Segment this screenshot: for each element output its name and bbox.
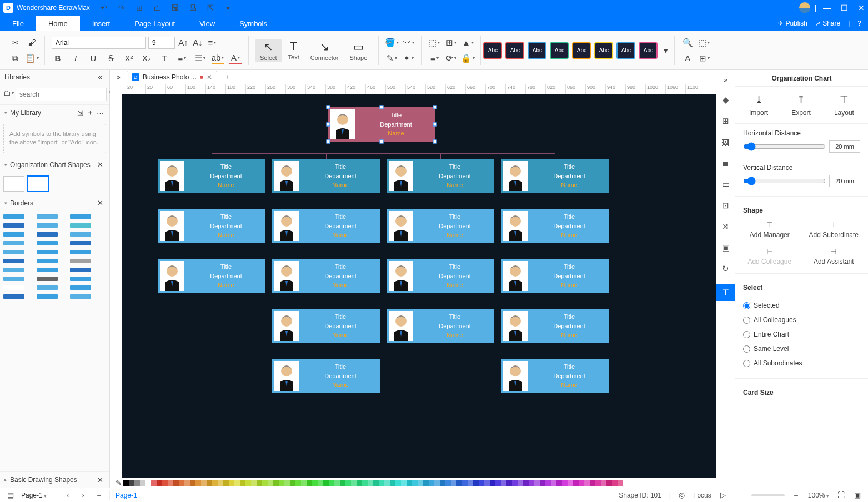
theme-swatch[interactable]: Abc <box>616 42 635 59</box>
theme-swatch[interactable]: Abc <box>572 42 591 59</box>
border-item[interactable] <box>3 294 24 299</box>
theme-swatch[interactable]: Abc <box>483 42 502 59</box>
redo-icon[interactable]: ↷ <box>116 2 128 14</box>
tab-file[interactable]: File <box>0 16 36 31</box>
color-swatch[interactable] <box>401 480 407 486</box>
border-item[interactable] <box>37 285 58 290</box>
print-icon[interactable]: 🖶 <box>187 2 199 14</box>
italic-icon[interactable]: I <box>69 52 82 64</box>
color-swatch[interactable] <box>168 480 173 486</box>
orgshape-thumb-1[interactable] <box>3 176 24 192</box>
layout-button[interactable]: ⊤Layout <box>834 93 854 117</box>
shuffle-panel-icon[interactable]: ⤨ <box>720 221 731 232</box>
color-swatch[interactable] <box>290 480 295 486</box>
add-subordinate-button[interactable]: ⊥Add Subordinate <box>802 221 866 239</box>
org-node[interactable]: TitleDepartmentName <box>158 259 265 293</box>
color-swatch[interactable] <box>490 480 495 486</box>
border-item[interactable] <box>3 268 24 272</box>
tab-view[interactable]: View <box>187 16 227 31</box>
border-item[interactable] <box>3 232 24 237</box>
border-item[interactable] <box>3 250 24 254</box>
crop-icon[interactable]: ⬚ <box>698 37 710 49</box>
color-swatch[interactable] <box>601 480 606 486</box>
format-painter-icon[interactable]: 🖌 <box>26 37 38 49</box>
color-swatch[interactable] <box>301 480 307 486</box>
arrange-icon[interactable]: ⬚ <box>428 37 440 49</box>
org-node[interactable]: TitleDepartmentName <box>158 159 265 193</box>
radio-samelevel[interactable]: Same Level <box>743 342 860 356</box>
strike-icon[interactable]: S̶ <box>105 52 117 64</box>
rotate-icon[interactable]: ⟳ <box>445 52 457 64</box>
org-node[interactable]: TitleDepartmentName <box>272 359 380 393</box>
superscript-icon[interactable]: X² <box>123 52 135 64</box>
org-node[interactable]: TitleDepartmentName <box>272 209 380 243</box>
bullets-icon[interactable]: ☰ <box>194 52 206 64</box>
color-swatch[interactable] <box>123 480 129 486</box>
theme-more-icon[interactable]: ▾ <box>660 44 672 57</box>
color-swatch[interactable] <box>612 480 618 486</box>
border-item[interactable] <box>37 277 58 281</box>
color-swatch[interactable] <box>440 480 445 486</box>
color-swatch[interactable] <box>334 480 340 486</box>
undo-icon[interactable]: ↶ <box>98 2 110 14</box>
section-borders[interactable]: ▾Borders ✕ <box>0 195 109 211</box>
color-swatch[interactable] <box>518 480 523 486</box>
border-item[interactable] <box>3 223 24 228</box>
color-swatch[interactable] <box>312 480 318 486</box>
connector-tool[interactable]: ↘Connector <box>306 39 343 62</box>
fit-page-icon[interactable]: ⛶ <box>836 490 846 500</box>
color-swatch[interactable] <box>307 480 312 486</box>
color-swatch[interactable] <box>429 480 434 486</box>
color-swatch[interactable] <box>445 480 451 486</box>
color-swatch[interactable] <box>468 480 473 486</box>
border-item[interactable] <box>70 241 91 245</box>
save-icon[interactable]: 🖫 <box>169 2 181 14</box>
color-swatch[interactable] <box>373 480 379 486</box>
org-node[interactable]: TitleDepartmentName <box>501 209 609 243</box>
color-swatch[interactable] <box>584 480 590 486</box>
color-swatch[interactable] <box>140 480 145 486</box>
border-item[interactable] <box>70 250 91 254</box>
color-swatch[interactable] <box>234 480 240 486</box>
border-item[interactable] <box>3 214 24 219</box>
theme-swatch[interactable]: Abc <box>528 42 546 59</box>
color-swatch[interactable] <box>384 480 390 486</box>
color-swatch[interactable] <box>551 480 556 486</box>
color-swatch[interactable] <box>223 480 229 486</box>
color-swatch[interactable] <box>434 480 440 486</box>
export-icon[interactable]: ⇱ <box>204 2 217 14</box>
text-case-icon[interactable]: T <box>158 52 170 64</box>
share-button[interactable]: ↗ Share <box>815 19 840 27</box>
color-swatch[interactable] <box>251 480 257 486</box>
pagename[interactable]: Page-1 <box>116 491 137 499</box>
shape-tool[interactable]: ▭Shape <box>345 39 372 62</box>
collapse-left-icon[interactable]: » <box>113 72 123 82</box>
color-swatch[interactable] <box>379 480 384 486</box>
increase-font-icon[interactable]: A↑ <box>177 37 189 49</box>
theme-gallery[interactable]: AbcAbcAbcAbcAbcAbcAbcAbc <box>483 42 658 59</box>
help-button[interactable]: ? <box>857 19 861 27</box>
color-swatch[interactable] <box>473 480 479 486</box>
present-panel-icon[interactable]: ▣ <box>720 242 731 253</box>
tab-symbols[interactable]: Symbols <box>227 16 279 31</box>
color-swatch[interactable] <box>479 480 484 486</box>
export-button[interactable]: ⤒Export <box>791 93 811 117</box>
next-page-icon[interactable]: › <box>78 490 88 500</box>
color-swatch[interactable] <box>540 480 545 486</box>
color-swatch[interactable] <box>368 480 373 486</box>
tab-insert[interactable]: Insert <box>80 16 123 31</box>
add-colleague-button[interactable]: ⊢Add Colleague <box>737 248 802 265</box>
color-swatch[interactable] <box>195 480 201 486</box>
cut-icon[interactable]: ✂ <box>9 37 21 49</box>
color-swatch[interactable] <box>462 480 468 486</box>
maximize-button[interactable]: ☐ <box>841 3 848 12</box>
color-swatch[interactable] <box>418 480 423 486</box>
borders-close-icon[interactable]: ✕ <box>95 198 105 208</box>
copy-icon[interactable]: ⧉ <box>9 52 21 64</box>
text-tool[interactable]: TText <box>284 39 304 62</box>
color-swatch[interactable] <box>129 480 134 486</box>
theme-swatch[interactable]: Abc <box>594 42 613 59</box>
line-spacing-icon[interactable]: ≡ <box>176 52 188 64</box>
close-button[interactable]: ✕ <box>858 3 865 12</box>
border-item[interactable] <box>37 250 58 254</box>
